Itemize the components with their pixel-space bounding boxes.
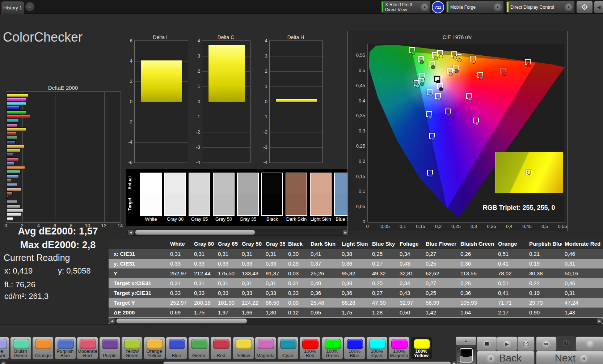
axis-tick-label: 2 (260, 68, 267, 74)
loop-range-button[interactable]: [··] (517, 337, 535, 351)
patch-button-100-magenta[interactable]: 100% Magenta (388, 337, 410, 359)
play-button[interactable]: ▶ (497, 337, 517, 351)
settings-button[interactable]: ⚙ (576, 1, 593, 13)
grid-line (55, 92, 55, 222)
patch-button-100-blue[interactable]: 100% Blue (344, 337, 365, 359)
swatch-target (311, 194, 331, 215)
patch-chip (35, 339, 51, 349)
tab-history-1[interactable]: History 1 (1, 1, 24, 14)
patch-button-purplish-blue[interactable]: Purplish Blue (55, 337, 76, 359)
scroll-left-button[interactable]: ◀ (109, 318, 115, 323)
table-cell: 0,33 (167, 288, 191, 298)
cie-measured-dot (428, 115, 432, 119)
table-header-cell: Purplish Blue (526, 239, 562, 249)
table-cell: 86,50 (263, 298, 285, 308)
record-button[interactable] (576, 337, 603, 351)
table-cell: 0,43 (397, 288, 423, 298)
grid-line (202, 132, 250, 132)
table-row-label: ΔE 2000 (109, 308, 167, 317)
scroll-left-button[interactable]: ◀ (1, 361, 6, 364)
axis-tick-label: 1 (260, 84, 267, 89)
cie-measured-dot (447, 113, 451, 117)
collapse-panel-button[interactable]: ◀ (594, 1, 603, 13)
patch-button-100-red[interactable]: 100% Red (299, 337, 321, 359)
patch-button-100-cyan[interactable]: 100% Cyan (366, 337, 388, 359)
back-button[interactable]: « Back (477, 351, 535, 364)
stop-button[interactable] (477, 337, 497, 351)
scroll-thumb[interactable] (163, 361, 451, 364)
patch-button-yellow-green[interactable]: Yellow Green (121, 337, 143, 359)
grid-line (202, 147, 250, 148)
patch-button-magenta[interactable]: Magenta (255, 337, 276, 359)
cie-measured-dot (420, 60, 424, 64)
table-cell: 0,31 (191, 278, 215, 288)
meter-dropdown-button[interactable]: ▼ (494, 3, 502, 11)
axis-tick-label: 0,55 (556, 224, 569, 229)
patch-button-green[interactable]: Green (188, 337, 210, 359)
scroll-up-button[interactable]: ▲ (456, 337, 476, 346)
table-cell: 0,03 (285, 268, 308, 278)
badge-711[interactable]: 711 (432, 1, 444, 13)
arrow-right-icon: ▶ (598, 319, 600, 323)
add-tab-button[interactable]: + (25, 2, 34, 11)
de-bar-cyan (7, 119, 19, 123)
axis-tick-label: 0,2 (351, 158, 365, 164)
table-row-label: Target y:CIE31 (109, 288, 167, 298)
grid-line (202, 162, 250, 163)
table-cell: 0,31 (215, 249, 239, 259)
meter-dropdown-button[interactable]: ▼ (421, 3, 429, 11)
table-cell: 0,65 (308, 308, 339, 317)
table-cell: 0,33 (239, 259, 263, 268)
patch-button-moderate-red[interactable]: Moderate Red (77, 337, 98, 359)
table-header-cell: Blue Flower (423, 239, 457, 249)
swatch-light-skin (310, 173, 332, 216)
axis-tick-label: 0,5 (538, 224, 551, 229)
table-cell: 0,29 (285, 259, 308, 268)
patch-button-100-yellow[interactable]: 100% Yellow (411, 337, 432, 359)
meter-dropdown-button[interactable]: ▼ (565, 3, 573, 11)
patch-button-blue[interactable]: Blue (166, 337, 187, 359)
meter-xrite[interactable]: X-Rite i1Pro 3Direct View ▼ (381, 1, 431, 13)
refresh-button[interactable]: ↻ (556, 337, 576, 351)
patch-button-orange-yellow[interactable]: Orange Yellow (144, 337, 165, 359)
table-cell: 0,27 (369, 259, 397, 268)
table-cell: 47,30 (369, 298, 397, 308)
delta-c-chart: 43210-1-2-3-4 (202, 41, 250, 163)
scroll-thumb[interactable] (116, 318, 247, 323)
delta-bar (141, 60, 182, 102)
scroll-right-button[interactable]: ▶ (597, 318, 602, 323)
table-cell: 0,31 (167, 278, 191, 288)
window-pattern-button[interactable] (456, 346, 476, 364)
continuous-button[interactable]: ∞ (536, 337, 556, 351)
table-header-cell: Gray 50 (239, 239, 263, 249)
table-cell: 0,31 (263, 249, 285, 259)
table-row-label: y: CIE31 (109, 259, 167, 268)
table-cell: 200,18 (191, 298, 215, 308)
patch-button-blue-flower[interactable]: Blue Flower (0, 337, 9, 359)
scroll-left-button[interactable]: ◀ (128, 230, 134, 235)
table-cell: 0,27 (369, 288, 397, 298)
scroll-thumb[interactable] (135, 230, 255, 235)
patch-button-yellow[interactable]: Yellow (233, 337, 254, 359)
patch-button-cyan[interactable]: Cyan (277, 337, 299, 359)
patch-label: Blue Flower (0, 348, 9, 358)
swatch-label: Dark Skin (284, 216, 309, 222)
table-cell: 0,33 (215, 288, 239, 298)
table-cell: 252,97 (167, 268, 191, 278)
patch-button-bluish-green[interactable]: Bluish Green (10, 337, 31, 359)
table-cell: 58,99 (423, 298, 457, 308)
scroll-right-button[interactable]: ▶ (452, 361, 457, 364)
axis-tick-label: 0,35 (351, 113, 365, 118)
de-bar-100-green (7, 110, 27, 114)
patch-button-100-green[interactable]: 100% Green (322, 337, 343, 359)
swatch-label: White (139, 216, 163, 222)
meter-mobile-forge[interactable]: Mobile Forge ▼ (446, 1, 504, 13)
delta-h-title: Delta H (269, 34, 322, 40)
next-button[interactable]: Next » (536, 351, 603, 364)
grid-line (270, 86, 322, 87)
meter-display-control[interactable]: Direct Display Control ▼ (506, 1, 575, 13)
patch-button-purple[interactable]: Purple (99, 337, 121, 359)
patch-button-red[interactable]: Red (210, 337, 232, 359)
table-cell: 50,16 (562, 268, 603, 278)
patch-button-orange[interactable]: Orange (32, 337, 54, 359)
